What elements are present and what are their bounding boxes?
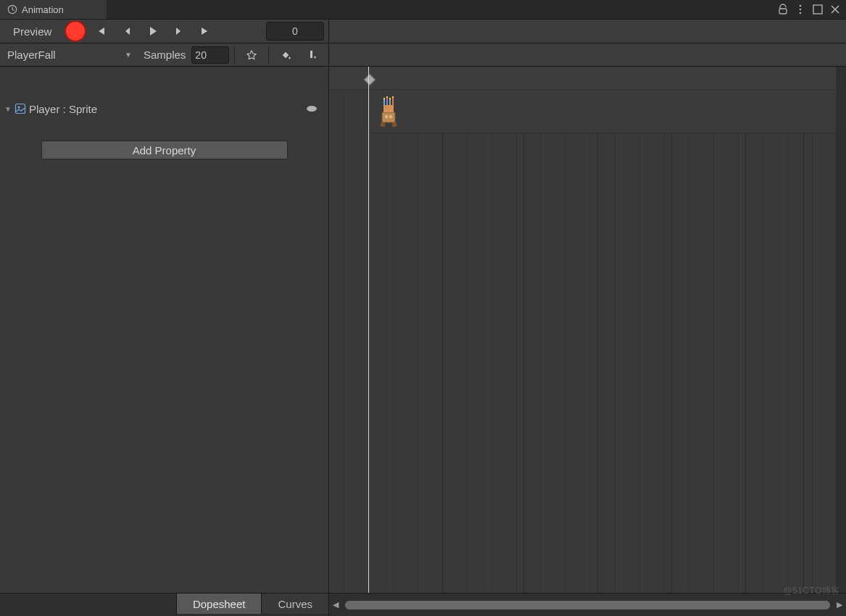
- footer: Dopesheet Curves ◀ ▶: [0, 593, 846, 616]
- svg-rect-13: [389, 115, 392, 118]
- svg-point-2: [800, 5, 802, 7]
- add-keyframe-button[interactable]: [274, 46, 297, 64]
- foldout-icon[interactable]: ▼: [4, 105, 12, 113]
- tab-strip: Animation: [0, 0, 846, 19]
- horizontal-scrollbar[interactable]: [345, 601, 830, 609]
- play-button[interactable]: [141, 22, 165, 41]
- svg-rect-10: [382, 112, 395, 122]
- add-property-button[interactable]: Add Property: [41, 141, 288, 159]
- property-row-sprite[interactable]: ▼ Player : Sprite: [0, 99, 328, 119]
- keyframe-marker-icon[interactable]: [364, 74, 376, 86]
- samples-label: Samples: [141, 49, 188, 61]
- svg-rect-6: [283, 51, 289, 57]
- add-event-button[interactable]: [300, 46, 323, 64]
- svg-rect-14: [383, 105, 394, 112]
- property-list: ▼ Player : Sprite Add Property: [0, 67, 329, 593]
- svg-rect-5: [813, 5, 822, 14]
- tab-label: Animation: [22, 4, 64, 15]
- svg-point-22: [386, 96, 388, 98]
- sprite-keyframe-thumb[interactable]: [371, 94, 406, 129]
- svg-rect-1: [779, 9, 787, 14]
- svg-point-23: [389, 98, 391, 99]
- svg-rect-7: [310, 51, 312, 58]
- record-button[interactable]: [65, 20, 86, 42]
- prev-key-button[interactable]: [115, 22, 138, 41]
- lock-icon[interactable]: [776, 3, 789, 16]
- sprite-renderer-icon: [14, 103, 26, 115]
- clip-row: PlayerFall ▼ Samples: [0, 43, 846, 67]
- watermark: @51CTO博客: [783, 585, 840, 597]
- clip-dropdown[interactable]: PlayerFall ▼: [3, 46, 138, 64]
- visibility-toggle-icon[interactable]: [307, 106, 317, 112]
- filter-by-selection-button[interactable]: [240, 46, 263, 64]
- svg-rect-15: [381, 122, 385, 127]
- svg-rect-12: [385, 115, 388, 118]
- frame-field[interactable]: [266, 22, 324, 41]
- kebab-icon[interactable]: [794, 3, 807, 16]
- toolbar: Preview: [0, 19, 846, 43]
- svg-point-3: [800, 9, 802, 11]
- preview-button[interactable]: Preview: [3, 22, 62, 41]
- clock-icon: [7, 4, 17, 14]
- svg-point-24: [392, 96, 394, 98]
- svg-point-9: [17, 106, 20, 108]
- playhead[interactable]: [368, 67, 369, 593]
- sprite-key-track[interactable]: [368, 90, 839, 133]
- maximize-icon[interactable]: [811, 3, 824, 16]
- scroll-right-icon[interactable]: ▶: [833, 600, 846, 609]
- scroll-left-icon[interactable]: ◀: [329, 600, 342, 609]
- tab-curves[interactable]: Curves: [261, 594, 328, 614]
- first-frame-button[interactable]: [89, 22, 112, 41]
- vertical-scrollbar[interactable]: [836, 67, 846, 593]
- last-frame-button[interactable]: [194, 22, 217, 41]
- tab-animation[interactable]: Animation: [0, 0, 107, 19]
- next-key-button[interactable]: [167, 22, 191, 41]
- svg-rect-20: [392, 98, 394, 105]
- close-icon[interactable]: [829, 3, 842, 16]
- svg-rect-16: [392, 122, 397, 127]
- chevron-down-icon: ▼: [125, 51, 132, 59]
- tab-dopesheet[interactable]: Dopesheet: [176, 594, 262, 614]
- svg-rect-19: [389, 99, 391, 105]
- svg-rect-18: [386, 98, 388, 105]
- event-track[interactable]: [329, 67, 839, 90]
- svg-point-21: [383, 98, 385, 99]
- clip-name: PlayerFall: [7, 49, 56, 61]
- svg-point-4: [800, 12, 802, 14]
- timeline[interactable]: 0:00 0:03 0:07 0:10 0:13 0:17 1:00: [329, 67, 846, 593]
- samples-field[interactable]: [191, 46, 229, 64]
- ruler-area[interactable]: [329, 20, 846, 43]
- property-label: Player : Sprite: [29, 103, 97, 115]
- svg-rect-17: [383, 99, 385, 105]
